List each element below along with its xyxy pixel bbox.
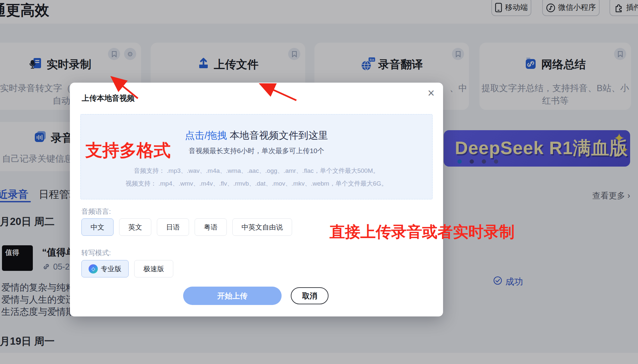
language-chip-zh[interactable]: 中文 bbox=[81, 218, 114, 236]
modal-title: 上传本地音视频 bbox=[82, 93, 135, 103]
language-chip-en[interactable]: 英文 bbox=[119, 218, 151, 236]
mode-options: ◇ 专业版 极速版 bbox=[81, 260, 173, 277]
close-icon[interactable]: × bbox=[428, 87, 435, 99]
dropzone-headline: 点击/拖拽 本地音视频文件到这里 bbox=[81, 114, 432, 142]
mode-label: 转写模式: bbox=[81, 248, 111, 257]
annotation-upload-or-record: 直接上传录音或者实时录制 bbox=[330, 222, 515, 242]
start-upload-button[interactable]: 开始上传 bbox=[183, 287, 282, 305]
mode-chip-pro[interactable]: ◇ 专业版 bbox=[81, 260, 129, 277]
video-format-support: 视频支持： .mp4、.wmv、.m4v、.flv、.rmvb、.dat、.mo… bbox=[81, 179, 432, 188]
language-chip-mixed[interactable]: 中英文自由说 bbox=[232, 218, 292, 236]
audio-format-support: 音频支持： .mp3、.wav、.m4a、.wma、.aac、.ogg、.amr… bbox=[81, 167, 432, 175]
pro-badge-icon: ◇ bbox=[89, 264, 98, 273]
upload-modal: 上传本地音视频 × 点击/拖拽 本地音视频文件到这里 音视频最长支持6小时，单次… bbox=[70, 83, 443, 316]
click-drag-link[interactable]: 点击/拖拽 bbox=[185, 130, 227, 141]
mode-chip-fast[interactable]: 极速版 bbox=[134, 260, 173, 277]
language-chip-yue[interactable]: 粤语 bbox=[195, 218, 227, 236]
language-options: 中文 英文 日语 粤语 中英文自由说 bbox=[81, 218, 292, 236]
language-label: 音频语言: bbox=[81, 207, 111, 216]
language-chip-ja[interactable]: 日语 bbox=[157, 218, 189, 236]
annotation-multi-format: 支持多格式 bbox=[85, 139, 171, 162]
cancel-button[interactable]: 取消 bbox=[291, 287, 329, 304]
